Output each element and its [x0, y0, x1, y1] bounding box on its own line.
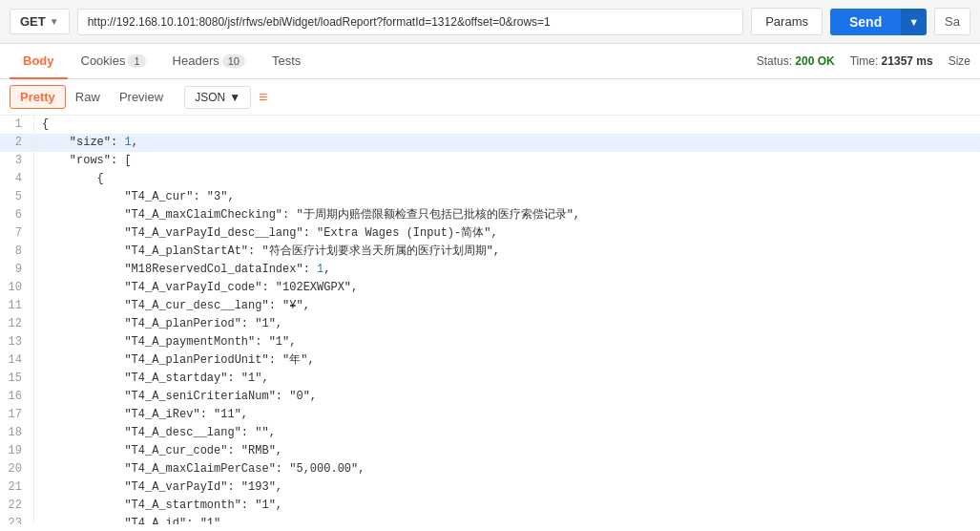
code-line: 22 "T4_A_startmonth": "1", [0, 497, 980, 515]
line-number: 6 [0, 206, 34, 224]
save-area[interactable]: Sa [934, 8, 970, 35]
fmt-pretty[interactable]: Pretty [10, 85, 66, 109]
params-button[interactable]: Params [751, 8, 823, 35]
code-line: 21 "T4_A_varPayId": "193", [0, 478, 980, 497]
code-line: 10 "T4_A_varPayId_code": "102EXWGPX", [0, 279, 980, 297]
code-line: 14 "T4_A_planPeriodUnit": "年", [0, 351, 980, 370]
line-number: 12 [0, 315, 34, 333]
code-content: "T4_A_varPayId_code": "102EXWGPX", [42, 279, 980, 297]
method-select[interactable]: GET ▼ [10, 9, 70, 34]
tab-headers[interactable]: Headers10 [159, 44, 259, 79]
line-number: 1 [0, 116, 34, 134]
line-number: 15 [0, 370, 34, 388]
code-line: 19 "T4_A_cur_code": "RMB", [0, 442, 980, 460]
code-content: "T4_A_planPeriod": "1", [42, 315, 980, 333]
line-number: 18 [0, 424, 34, 442]
code-line: 1{ [0, 116, 980, 134]
line-number: 21 [0, 478, 34, 497]
cookies-badge: 1 [128, 54, 145, 68]
url-bar: GET ▼ Params Send ▼ Sa [0, 0, 980, 44]
code-content: "T4_A_varPayId_desc__lang": "Extra Wages… [42, 224, 980, 243]
code-content: "T4_A_planPeriodUnit": "年", [42, 351, 980, 370]
status-value: 200 OK [795, 54, 834, 68]
fmt-preview[interactable]: Preview [110, 86, 173, 108]
code-content: "T4_A_planStartAt": "符合医疗计划要求当天所属的医疗计划周期… [42, 243, 980, 261]
code-content: "rows": [ [42, 152, 980, 170]
code-content: "T4_A_id": "1", [42, 515, 980, 524]
code-line: 12 "T4_A_planPeriod": "1", [0, 315, 980, 333]
code-content: "T4_A_desc__lang": "", [42, 424, 980, 442]
line-number: 8 [0, 243, 34, 261]
line-number: 20 [0, 460, 34, 478]
tabs-row: Body Cookies1 Headers10 Tests Status: 20… [0, 44, 980, 79]
line-number: 17 [0, 406, 34, 424]
line-number: 13 [0, 333, 34, 351]
code-content: "T4_A_maxClaimChecking": "于周期内赔偿限额检查只包括已… [42, 206, 980, 224]
time-value: 21357 ms [882, 54, 933, 68]
status-label: Status: 200 OK [757, 54, 835, 68]
code-content: "T4_A_paymentMonth": "1", [42, 333, 980, 351]
code-line: 18 "T4_A_desc__lang": "", [0, 424, 980, 442]
code-line: 2 "size": 1, [0, 134, 980, 152]
line-number: 7 [0, 224, 34, 243]
line-number: 9 [0, 261, 34, 279]
code-line: 7 "T4_A_varPayId_desc__lang": "Extra Wag… [0, 224, 980, 243]
send-button-group: Send ▼ [830, 9, 927, 35]
code-line: 17 "T4_A_iRev": "11", [0, 406, 980, 424]
code-line: 5 "T4_A_cur": "3", [0, 188, 980, 206]
code-line: 6 "T4_A_maxClaimChecking": "于周期内赔偿限额检查只包… [0, 206, 980, 224]
line-number: 14 [0, 351, 34, 370]
chevron-down-icon: ▼ [50, 16, 59, 27]
code-content: "T4_A_startday": "1", [42, 370, 980, 388]
line-number: 5 [0, 188, 34, 206]
code-line: 23 "T4_A_id": "1", [0, 515, 980, 524]
line-number: 10 [0, 279, 34, 297]
code-content: { [42, 116, 980, 134]
line-number: 19 [0, 442, 34, 460]
url-input[interactable] [77, 9, 744, 35]
code-content: "T4_A_varPayId": "193", [42, 478, 980, 497]
code-content: "T4_A_seniCriteriaNum": "0", [42, 388, 980, 406]
method-label: GET [20, 14, 46, 29]
code-line: 11 "T4_A_cur_desc__lang": "¥", [0, 297, 980, 315]
line-number: 23 [0, 515, 34, 524]
code-line: 9 "M18ReservedCol_dataIndex": 1, [0, 261, 980, 279]
code-line: 16 "T4_A_seniCriteriaNum": "0", [0, 388, 980, 406]
tab-cookies[interactable]: Cookies1 [68, 44, 159, 79]
code-content: "size": 1, [42, 134, 980, 152]
code-content: "T4_A_cur": "3", [42, 188, 980, 206]
time-label: Time: 21357 ms [850, 54, 933, 68]
code-line: 15 "T4_A_startday": "1", [0, 370, 980, 388]
size-label: Size [949, 54, 970, 68]
headers-badge: 10 [222, 54, 245, 68]
code-content: "M18ReservedCol_dataIndex": 1, [42, 261, 980, 279]
code-area[interactable]: 1{2 "size": 1,3 "rows": [4 {5 "T4_A_cur"… [0, 116, 980, 524]
chevron-down-icon: ▼ [229, 91, 240, 104]
format-bar: Pretty Raw Preview JSON ▼ ≡ [0, 79, 980, 116]
line-number: 4 [0, 170, 34, 188]
tab-tests[interactable]: Tests [259, 44, 314, 79]
line-number: 22 [0, 497, 34, 515]
code-content: "T4_A_iRev": "11", [42, 406, 980, 424]
line-number: 3 [0, 152, 34, 170]
code-content: "T4_A_cur_code": "RMB", [42, 442, 980, 460]
line-number: 2 [0, 134, 34, 152]
code-content: "T4_A_cur_desc__lang": "¥", [42, 297, 980, 315]
line-number: 11 [0, 297, 34, 315]
code-line: 8 "T4_A_planStartAt": "符合医疗计划要求当天所属的医疗计划… [0, 243, 980, 261]
tab-body[interactable]: Body [10, 44, 68, 79]
json-type-select[interactable]: JSON ▼ [184, 86, 251, 109]
code-content: "T4_A_startmonth": "1", [42, 497, 980, 515]
code-line: 13 "T4_A_paymentMonth": "1", [0, 333, 980, 351]
code-content: { [42, 170, 980, 188]
code-line: 20 "T4_A_maxClaimPerCase": "5,000.00", [0, 460, 980, 478]
code-line: 3 "rows": [ [0, 152, 980, 170]
code-content: "T4_A_maxClaimPerCase": "5,000.00", [42, 460, 980, 478]
send-dropdown-button[interactable]: ▼ [901, 9, 927, 35]
send-button[interactable]: Send [830, 9, 901, 35]
fmt-raw[interactable]: Raw [66, 86, 110, 108]
code-line: 4 { [0, 170, 980, 188]
line-number: 16 [0, 388, 34, 406]
status-area: Status: 200 OK Time: 21357 ms Size [757, 54, 970, 68]
filter-icon[interactable]: ≡ [259, 89, 267, 106]
